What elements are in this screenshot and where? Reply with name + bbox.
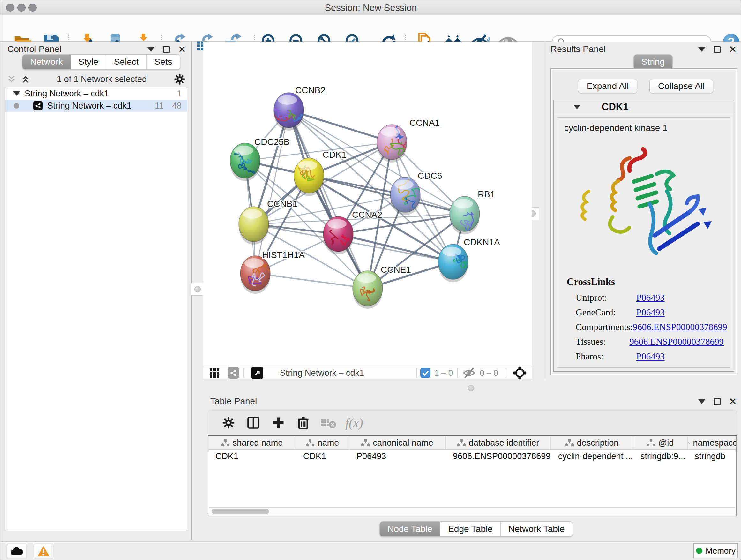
memory-status-icon (696, 548, 702, 554)
delete-column-icon[interactable] (296, 416, 310, 430)
tab-string[interactable]: String (634, 55, 672, 69)
network-options-gear-icon[interactable] (173, 73, 186, 85)
column-header-shared-name[interactable]: shared name (208, 436, 296, 449)
table-hscrollbar[interactable] (209, 507, 736, 515)
network-node-CCNA2[interactable]: CCNA2 (323, 210, 382, 254)
collapse-all-button[interactable]: Collapse All (650, 79, 713, 93)
edge-count: 48 (172, 101, 182, 111)
expand-all-icon[interactable] (21, 74, 30, 84)
node-label: CCNA1 (409, 118, 440, 128)
create-column-icon[interactable] (271, 416, 285, 430)
table-cell[interactable]: stringdb (688, 450, 737, 462)
show-columns-icon[interactable] (246, 416, 260, 430)
crosslink-link[interactable]: 9606.ENSP00000378699 (629, 336, 724, 347)
panel-close-icon[interactable]: ✕ (729, 398, 737, 405)
column-header-database-identifier[interactable]: database identifier (446, 436, 551, 449)
network-row-selected[interactable]: String Network – cdk1 11 48 (5, 100, 187, 112)
collapse-all-icon[interactable] (7, 74, 16, 84)
table-row[interactable]: CDK1CDK1P064939606.ENSP00000378699cyclin… (208, 450, 736, 462)
table-cell[interactable]: stringdb:9... (633, 450, 688, 462)
tab-edge-table[interactable]: Edge Table (441, 522, 501, 537)
network-view-statusbar: String Network – cdk1 1 – 0 0 – 0 (203, 367, 532, 379)
left-splitter-handle[interactable] (191, 283, 204, 296)
network-node-CDKN1A[interactable]: CDKN1A (438, 237, 500, 282)
network-node-CCNE1[interactable]: CCNE1 (353, 265, 411, 309)
selected-checkbox-icon[interactable] (420, 368, 430, 378)
control-panel: Control Panel ✕ NetworkStyleSelectSets 1… (0, 42, 192, 540)
network-edge[interactable] (289, 110, 392, 142)
network-node-CCNA1[interactable]: CCNA1 (377, 118, 440, 163)
table-cell[interactable]: CDK1 (296, 450, 349, 462)
panel-collapse-icon[interactable] (698, 47, 705, 52)
app-statusbar: Memory (0, 542, 741, 560)
table-cell[interactable]: cyclin-dependent ... (551, 450, 633, 462)
column-header-canonical-name[interactable]: canonical name (349, 436, 446, 449)
selected-counts: 1 – 0 (434, 368, 453, 378)
current-network-dot-icon (14, 103, 19, 109)
network-edge[interactable] (289, 110, 367, 288)
column-header-description[interactable]: description (551, 436, 633, 449)
birds-eye-view-icon[interactable] (513, 366, 527, 380)
panel-close-icon[interactable]: ✕ (178, 46, 186, 53)
crosslink-link[interactable]: 9606.ENSP00000378699 (633, 322, 727, 332)
horizontal-splitter-handle[interactable] (468, 385, 474, 391)
crosslink-label: GeneCard: (576, 307, 636, 318)
table-panel-title: Table Panel (210, 396, 257, 407)
string-results-container: Expand All Collapse All CDK1 cyclin-depe… (550, 68, 738, 375)
control-panel-title: Control Panel (7, 44, 62, 54)
panel-close-icon[interactable]: ✕ (729, 46, 737, 53)
table-options-gear-icon[interactable] (221, 416, 235, 430)
column-header-namespace[interactable]: namespace (688, 436, 737, 449)
attribute-icon (565, 439, 574, 447)
grid-view-icon[interactable] (209, 367, 220, 379)
gene-collapse-icon[interactable] (574, 105, 581, 109)
collection-name: String Network – cdk1 (24, 89, 109, 99)
node-label: CDC25B (254, 137, 289, 147)
hscrollbar-thumb[interactable] (212, 509, 269, 514)
gene-details: cyclin-dependent kinase 1 (557, 118, 731, 368)
expand-all-button[interactable]: Expand All (578, 79, 637, 93)
crosslink-label: Pharos: (576, 351, 636, 362)
crosslink-link[interactable]: P06493 (636, 307, 665, 318)
warning-button[interactable] (33, 544, 53, 558)
crosslink-label: Tissues: (576, 336, 629, 347)
network-node-HIST1H1A[interactable]: HIST1H1A (240, 250, 305, 294)
attribute-icon (457, 439, 466, 447)
attribute-icon (306, 439, 314, 447)
column-header-name[interactable]: name (296, 436, 349, 449)
network-node-CDC25B[interactable]: CDC25B (230, 137, 289, 181)
network-collection-row[interactable]: String Network – cdk1 1 (5, 87, 187, 100)
table-cell[interactable]: CDK1 (208, 450, 296, 462)
collection-expand-icon[interactable] (13, 91, 20, 96)
network-node-RB1[interactable]: RB1 (450, 189, 495, 234)
tab-node-table[interactable]: Node Table (380, 522, 441, 537)
panel-float-icon[interactable] (714, 398, 721, 405)
tab-sets[interactable]: Sets (147, 55, 180, 69)
table-cell[interactable]: P06493 (349, 450, 446, 462)
crosslink-link[interactable]: P06493 (636, 351, 665, 362)
network-edge[interactable] (255, 273, 367, 288)
table-cell[interactable]: 9606.ENSP00000378699 (446, 450, 551, 462)
network-node-CDK1[interactable]: CDK1 (294, 150, 347, 196)
node-label: CDKN1A (464, 237, 500, 247)
panel-collapse-icon[interactable] (698, 399, 705, 404)
network-badge-icon[interactable] (227, 367, 239, 379)
cloud-button[interactable] (7, 544, 26, 558)
panel-collapse-icon[interactable] (147, 47, 154, 52)
window-title: Session: New Session (0, 0, 741, 15)
panel-float-icon[interactable] (714, 46, 721, 53)
tab-network-table[interactable]: Network Table (501, 522, 572, 537)
network-node-CCNB1[interactable]: CCNB1 (239, 199, 297, 245)
main-toolbar: ? (0, 15, 741, 42)
node-label: CCNB1 (267, 199, 297, 209)
crosslink-link[interactable]: P06493 (636, 293, 665, 303)
column-header--id[interactable]: @id (633, 436, 688, 449)
tab-style[interactable]: Style (71, 55, 106, 69)
detach-view-icon[interactable] (251, 367, 263, 379)
memory-button[interactable]: Memory (693, 543, 738, 558)
tab-select[interactable]: Select (106, 55, 147, 69)
network-node-CDC6[interactable]: CDC6 (390, 171, 442, 215)
panel-float-icon[interactable] (163, 46, 170, 53)
network-canvas[interactable]: CCNB2CCNA1CDC25BCDK1CDC6RB1CCNB1CCNA2CDK… (203, 42, 532, 367)
tab-network[interactable]: Network (22, 55, 71, 69)
